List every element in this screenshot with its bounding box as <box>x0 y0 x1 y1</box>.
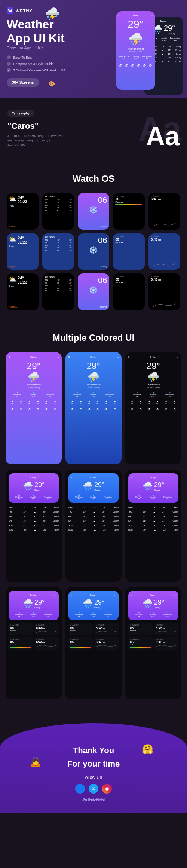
temperature: 29° <box>118 18 153 30</box>
stats: 🌬Wind Force03💧Humidity67%☔Precipatition4… <box>131 612 175 617</box>
temp: 29° <box>94 481 104 489</box>
back-icon[interactable]: ‹ <box>71 594 72 596</box>
back-icon[interactable]: ‹ <box>131 594 132 596</box>
watch-title: Watch OS <box>0 174 187 184</box>
today-label: Today <box>30 476 36 479</box>
daily-row: SUN32°☁25°Cloudy <box>128 523 178 528</box>
check-icon: ✓ <box>7 62 11 66</box>
emoji-bow: 🙇 <box>30 757 41 767</box>
uv-card: ☀ UV INDEX05Moderate <box>68 637 93 650</box>
date: 24 Jun, Sunday <box>128 386 178 389</box>
cloud-icon: 🌧️ <box>23 599 33 608</box>
feature-3-text: 3 Colored Versions With Watch OS <box>13 68 65 72</box>
search-icon: ⊙ <box>151 14 153 17</box>
daily-row: THU33°☁27°Cloudy <box>128 510 178 514</box>
daily-row: MON30°☁23°Rainy <box>128 528 178 532</box>
city: Sylhet <box>30 356 37 358</box>
today-label: Today <box>150 594 156 596</box>
aa-display: Aa Aa <box>146 121 180 151</box>
uv-card: ☀ UV INDEX05Moderate <box>9 623 33 635</box>
uv-card: ☀ UV INDEX05Moderate <box>9 637 33 650</box>
feature-2-text: Components & Style Guide <box>13 62 54 66</box>
back-icon[interactable]: ‹ <box>12 476 12 479</box>
menu-icon[interactable]: ≡ <box>68 356 70 358</box>
today-temp: 29° <box>164 24 175 33</box>
logo-icon: W <box>7 7 13 14</box>
daily-row: WED27°☁24°Rainy <box>9 505 59 510</box>
search-icon[interactable]: ⊙ <box>117 356 119 358</box>
info-cards: ☀ UV INDEX05Moderate☀ SUNSET6:45 PM☀ UV … <box>68 623 119 650</box>
temp: 29° <box>68 361 119 371</box>
city: Sylhet <box>150 356 156 358</box>
logo-text: WETHY <box>16 9 33 13</box>
check-icon: ✓ <box>7 55 11 59</box>
screens-badge: 30+ Screens <box>7 78 39 87</box>
search-icon[interactable]: ⊙ <box>57 356 59 358</box>
date: 24 Jun, Sunday <box>118 50 153 52</box>
more-icon[interactable]: ⋮ <box>173 476 175 479</box>
aa-text: Aa <box>146 122 180 151</box>
wind-value: 03 <box>118 58 130 60</box>
twitter-icon[interactable]: 𝕏 <box>89 784 98 794</box>
cond: Cloudy <box>154 489 164 491</box>
daily-row: FRI37°☁27°Sunny <box>128 514 178 519</box>
city: Sylhet <box>90 356 96 358</box>
more-icon[interactable]: ⋮ <box>113 594 116 596</box>
more-icon[interactable]: ⋮ <box>53 476 56 479</box>
daily-row: WED27°☁24°Rainy <box>68 505 119 510</box>
watch-sunset: ☀ SUNSET6:45 PM <box>148 233 180 270</box>
watch-snow: 06❄️Snowing <box>78 273 110 310</box>
today-label: Today <box>90 476 96 479</box>
more-icon[interactable]: ⋮ <box>53 594 56 596</box>
stats: 🌬Wind Force03💧Humidity67%☔Precipatition4… <box>12 494 56 500</box>
menu-icon[interactable]: ≡ <box>128 356 130 358</box>
stats-row: Wind Force03 Humidity67% Precipatition4% <box>118 55 153 60</box>
more-icon[interactable]: ⋮ <box>173 594 175 596</box>
hero-section: W WETHY Weather App UI Kit Premium App U… <box>0 0 187 98</box>
daily-row: THU33°☁27°Cloudy <box>9 510 59 514</box>
stats: 🌬Wind Force03💧Humidity67%☔Precipatition4… <box>131 494 175 500</box>
daily-row: FRI37°☁27°Sunny <box>9 514 59 519</box>
typography-section: Typography "Caros" ABCDEFGHIJKLMNOPQRSTU… <box>0 98 187 162</box>
info-cards: ☀ UV INDEX05Moderate☀ SUNSET6:45 PM☀ UV … <box>128 623 178 650</box>
sunset-card: ☀ SUNSET6:45 PM <box>34 637 59 650</box>
stats: 🌬Wind Force03💧Humidity67%☔Precipatition4… <box>71 612 116 617</box>
watch-time: ⛅24°01:23FridayAugust 31 <box>7 193 39 230</box>
multi-title: Multiple Colored UI <box>0 333 187 343</box>
figma-icon: 🎨 <box>49 81 55 87</box>
date: 24 Jun, Sunday <box>9 386 59 389</box>
temp: 29° <box>34 599 45 606</box>
typo-badge: Typography <box>7 110 34 117</box>
footer-line1: Thank You <box>7 746 180 755</box>
sunset-card: ☀ SUNSET6:45 PM <box>154 623 178 635</box>
humidity-value: 67% <box>130 58 141 60</box>
daily-row: SUN32°☁25°Cloudy <box>9 523 59 528</box>
today-label: Today <box>150 476 156 479</box>
cloud-icon: 🌧️ <box>83 599 93 608</box>
weather-icon: ⛈️ <box>128 371 178 383</box>
daily-row: WED27°☁24°Rainy <box>128 505 178 510</box>
back-icon[interactable]: ‹ <box>12 594 12 596</box>
temp: 29° <box>154 599 164 606</box>
search-icon[interactable]: ⊙ <box>177 356 178 358</box>
back-icon[interactable]: ‹ <box>71 476 72 479</box>
watch-uv: ☀ UV INDEX05Moderate <box>113 273 145 310</box>
watch-sunset: ☀ SUNSET6:45 PM <box>148 193 180 230</box>
footer: 🤗 🙇 Thank You For your time Follow Us : … <box>0 723 187 813</box>
stats: 🌬Wind Force03💧Humidity67%☔Precipatition4… <box>128 392 178 397</box>
social-links: f 𝕏 ◉ <box>7 784 180 794</box>
temp: 29° <box>154 481 164 489</box>
more-icon[interactable]: ⋮ <box>113 476 116 479</box>
facebook-icon[interactable]: f <box>75 784 85 794</box>
info-cards: ☀ UV INDEX05Moderate☀ SUNSET6:45 PM☀ UV … <box>9 623 59 650</box>
instagram-icon[interactable]: ◉ <box>102 784 112 794</box>
back-icon[interactable]: ‹ <box>131 476 132 479</box>
cloud-icon: 🌧️ <box>142 599 153 608</box>
numbers: 1234567890 <box>7 143 63 147</box>
watch-snow: 06❄️Snowing <box>78 193 110 230</box>
watch-snow: 06❄️Snowing <box>78 233 110 270</box>
menu-icon[interactable]: ≡ <box>9 356 10 358</box>
city-label: Sylhet <box>132 14 138 17</box>
feature-1-text: Easy To Edit <box>13 56 32 59</box>
daily-row: FRI37°☁27°Sunny <box>68 514 119 519</box>
